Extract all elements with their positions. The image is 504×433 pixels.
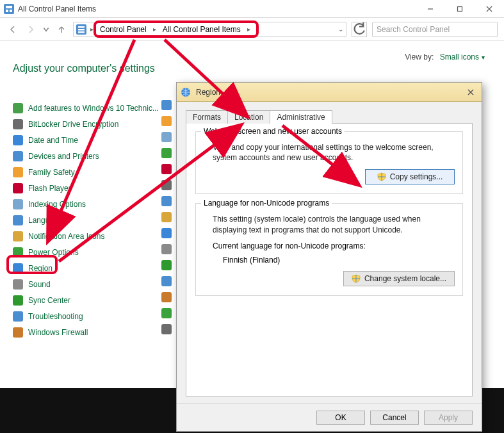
apply-button[interactable]: Apply [424, 411, 473, 425]
svg-rect-1 [6, 6, 12, 8]
item-label: Language [28, 216, 62, 225]
chevron-right-icon: ▸ [247, 26, 250, 33]
item-label: Date and Time [28, 136, 78, 145]
back-button[interactable] [6, 23, 19, 36]
chevron-down-icon: ▾ [482, 54, 485, 61]
item-icon [13, 263, 23, 274]
uac-shield-icon [352, 274, 361, 283]
item-icon [161, 164, 172, 174]
item-icon [13, 327, 23, 338]
item-icon [161, 292, 172, 302]
control-panel-item[interactable]: Troubleshooting [13, 308, 167, 324]
item-icon [13, 295, 23, 306]
globe-icon [181, 87, 191, 97]
copy-settings-label: Copy settings... [390, 172, 443, 181]
item-icon [13, 231, 23, 241]
item-icon [161, 276, 172, 286]
control-panel-item[interactable]: Notification Area Icons [13, 228, 167, 244]
item-icon [161, 132, 172, 142]
svg-rect-9 [78, 26, 85, 28]
up-button[interactable] [55, 23, 68, 36]
welcome-text: View and copy your international setting… [213, 142, 455, 163]
recent-dropdown[interactable] [42, 23, 50, 36]
non-unicode-text: This setting (system locale) controls th… [213, 214, 455, 234]
tab-formats[interactable]: Formats [186, 110, 228, 124]
tabs: Formats Location Administrative [186, 110, 473, 124]
control-panel-item[interactable]: Language [13, 212, 167, 228]
breadcrumb-current[interactable]: All Control Panel Items [160, 25, 243, 34]
item-label: Sync Center [28, 296, 70, 305]
current-language-value: Finnish (Finland) [223, 256, 455, 265]
view-by-value[interactable]: Small icons▾ [440, 53, 485, 61]
navbar: ▸ Control Panel ▸ All Control Panel Item… [0, 18, 504, 41]
control-panel-item[interactable]: Flash Player [13, 180, 167, 196]
chevron-right-icon: ▸ [153, 26, 156, 33]
forward-button[interactable] [24, 23, 37, 36]
control-panel-item[interactable]: Devices and Printers [13, 148, 167, 164]
item-icon [13, 183, 23, 193]
address-bar[interactable]: ▸ Control Panel ▸ All Control Panel Item… [73, 22, 346, 37]
item-icon [161, 196, 172, 206]
search-input[interactable]: Search Control Panel [372, 22, 498, 37]
svg-rect-0 [4, 4, 14, 14]
item-icon [161, 228, 172, 238]
tab-administrative[interactable]: Administrative [270, 110, 332, 124]
address-dropdown-icon[interactable]: ⌄ [338, 26, 343, 33]
control-panel-item[interactable]: Family Safety [13, 164, 167, 180]
view-by: View by: Small icons▾ [405, 53, 485, 61]
non-unicode-legend: Language for non-Unicode programs [201, 199, 332, 208]
ok-button[interactable]: OK [316, 411, 365, 425]
uac-shield-icon [377, 172, 386, 181]
item-label: Notification Area Icons [28, 232, 104, 241]
second-column-icons [161, 100, 174, 334]
item-icon [161, 324, 172, 334]
item-label: Flash Player [28, 184, 71, 193]
item-icon [13, 103, 23, 113]
item-icon [13, 311, 23, 322]
item-icon [13, 215, 23, 225]
close-button[interactable] [475, 0, 504, 17]
chevron-right-icon: ▸ [90, 26, 93, 33]
control-panel-item[interactable]: Sound [13, 276, 167, 292]
item-label: Sound [28, 280, 51, 289]
control-panel-item[interactable]: Region [13, 260, 167, 276]
svg-rect-3 [10, 10, 12, 12]
item-label: Family Safety [28, 168, 75, 177]
item-label: Devices and Printers [28, 152, 99, 161]
dialog-body: Formats Location Administrative Welcome … [177, 102, 482, 404]
item-label: Power Options [28, 248, 79, 257]
control-panel-items: Add features to Windows 10 Technic...Bit… [13, 100, 167, 340]
control-panel-item[interactable]: Windows Firewall [13, 324, 167, 340]
tab-pane-administrative: Welcome screen and new user accounts Vie… [186, 124, 473, 396]
item-icon [13, 199, 23, 209]
tab-location[interactable]: Location [227, 110, 270, 124]
svg-rect-10 [78, 29, 85, 31]
control-panel-item[interactable]: Power Options [13, 244, 167, 260]
control-panel-item[interactable]: Indexing Options [13, 196, 167, 212]
page-heading: Adjust your computer's settings [13, 63, 491, 74]
refresh-button[interactable] [352, 22, 367, 37]
control-panel-item[interactable]: Add features to Windows 10 Technic... [13, 100, 167, 116]
cancel-button[interactable]: Cancel [370, 411, 419, 425]
item-icon [161, 100, 172, 110]
item-icon [13, 151, 23, 161]
minimize-button[interactable] [416, 0, 445, 17]
item-icon [13, 119, 23, 129]
control-panel-item[interactable]: BitLocker Drive Encryption [13, 116, 167, 132]
breadcrumb-root[interactable]: Control Panel [97, 25, 149, 34]
item-icon [161, 116, 172, 126]
welcome-screen-group: Welcome screen and new user accounts Vie… [195, 131, 463, 194]
copy-settings-button[interactable]: Copy settings... [365, 169, 455, 184]
welcome-legend: Welcome screen and new user accounts [201, 127, 345, 136]
control-panel-item[interactable]: Sync Center [13, 292, 167, 308]
item-label: BitLocker Drive Encryption [28, 120, 118, 129]
item-label: Windows Firewall [28, 328, 88, 337]
maximize-button[interactable] [445, 0, 475, 17]
control-panel-item[interactable]: Date and Time [13, 132, 167, 148]
item-label: Indexing Options [28, 200, 86, 209]
change-system-locale-button[interactable]: Change system locale... [343, 271, 455, 286]
current-language-label: Current language for non-Unicode program… [213, 241, 455, 250]
dialog-close-button[interactable] [464, 85, 478, 99]
item-icon [161, 244, 172, 254]
svg-rect-11 [78, 31, 85, 33]
